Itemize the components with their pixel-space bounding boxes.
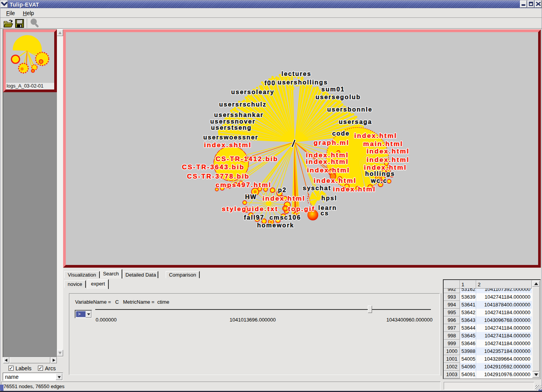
svg-text:usershollings: usershollings [278,79,328,86]
svg-text:CS-TR-3643.bib: CS-TR-3643.bib [182,163,245,171]
svg-text:usersshankar: usersshankar [214,112,264,118]
svg-text:graph.ml: graph.ml [314,139,350,146]
svg-text:usersoleary: usersoleary [231,89,274,95]
svg-text:hollings: hollings [365,170,395,177]
svg-text:cmps497.html: cmps497.html [216,181,272,189]
svg-text:wc.c: wc.c [370,177,388,184]
svg-text:userswoessner: userswoessner [203,134,259,141]
svg-text:main.html: main.html [363,140,403,148]
svg-text:cs: cs [321,210,329,217]
svg-text:syschat: syschat [303,185,331,191]
svg-text:CS-TR-1412.bib: CS-TR-1412.bib [216,155,278,163]
svg-text:userstseng: userstseng [211,124,252,131]
svg-text:usersegolub: usersegolub [316,94,361,100]
svg-text:HW: HW [245,194,257,200]
svg-text:hpsl: hpsl [321,195,337,201]
svg-text:usersaga: usersaga [339,119,372,125]
svg-text:index.html: index.html [306,158,349,165]
svg-text:f00: f00 [264,80,276,86]
svg-text:index.html: index.html [354,132,397,139]
svg-text:index.html: index.html [307,167,350,174]
svg-text:index.html: index.html [262,195,305,202]
svg-text:index.html: index.html [367,156,410,163]
svg-text:p2: p2 [278,187,287,193]
svg-text:top.gif: top.gif [288,205,315,213]
svg-text:homework: homework [257,222,294,229]
svg-text:usersbonnle: usersbonnle [327,106,372,113]
svg-text:index.html: index.html [333,186,376,193]
svg-text:lectures: lectures [281,70,311,77]
svg-text:CS-TR-3778.bib: CS-TR-3778.bib [187,173,250,180]
svg-text:index.shtml: index.shtml [204,141,252,149]
svg-text:cmsc106: cmsc106 [269,214,301,221]
svg-text:sum01: sum01 [321,86,345,93]
svg-text:fall97: fall97 [244,214,264,221]
svg-text:index.html: index.html [364,164,407,171]
svg-text:usersrschulz: usersrschulz [219,101,267,108]
svg-text:code: code [332,130,350,137]
svg-text:index.html: index.html [314,177,357,184]
svg-text:index.html: index.html [367,148,410,155]
svg-text:userssnover: userssnover [210,118,256,125]
svg-text:styleguide.txt: styleguide.txt [222,205,278,213]
